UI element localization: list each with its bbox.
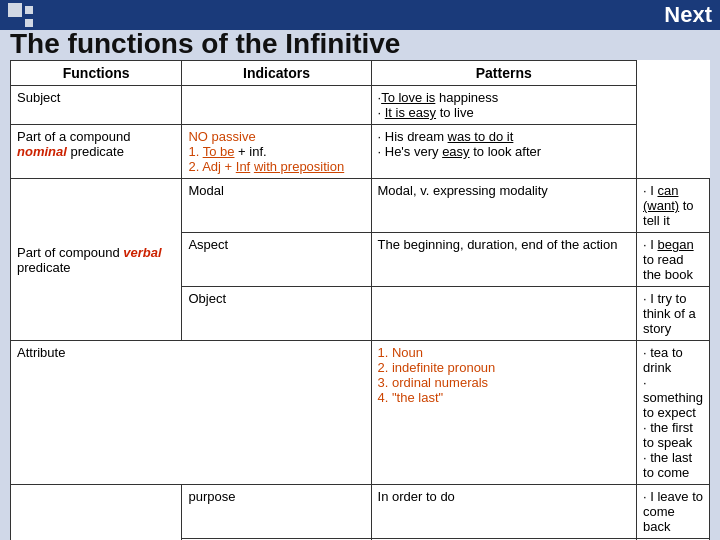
nominal-label: nominal xyxy=(17,144,67,159)
top-bar: Next xyxy=(0,0,720,30)
indicator-adj: 2. Adj + Inf with preposition xyxy=(188,159,364,174)
header-patterns: Patterns xyxy=(371,61,637,86)
logo-square-3 xyxy=(25,19,33,27)
was-to-do-it: was to do it xyxy=(448,129,514,144)
header-indicators: Indicators xyxy=(182,61,371,86)
table-row-adverbial-purpose: Adverbial modifier of purpose In order t… xyxy=(11,485,710,539)
pattern-line: · tea to drink xyxy=(643,345,703,375)
main-table-wrapper: Functions Indicators Patterns Subject ·T… xyxy=(10,60,710,530)
indicators-subject xyxy=(182,86,371,125)
indicators-attribute: 1. Noun 2. indefinite pronoun 3. ordinal… xyxy=(371,341,637,485)
indicator-no-passive: NO passive xyxy=(188,129,364,144)
attr-ind-1: 1. Noun xyxy=(378,345,631,360)
page-title: The functions of the Infinitive xyxy=(10,28,400,60)
attr-ind-4: 4. "the last" xyxy=(378,390,631,405)
patterns-modal: · I can (want) to tell it xyxy=(637,179,710,233)
table-row-verbal-modal: Part of compound verbal predicate Modal … xyxy=(11,179,710,233)
easy-link: easy xyxy=(442,144,469,159)
patterns-nominal: · His dream was to do it · He's very eas… xyxy=(371,125,637,179)
patterns-purpose: · I leave to come back xyxy=(637,485,710,539)
function-verbal: Part of compound verbal predicate xyxy=(11,179,182,341)
patterns-object: · I try to think of a story xyxy=(637,287,710,341)
table-header-row: Functions Indicators Patterns xyxy=(11,61,710,86)
patterns-subject: ·To love is happiness · It is easy to li… xyxy=(371,86,637,125)
function-adverbial: Adverbial modifier of xyxy=(11,485,182,541)
table-row-subject: Subject ·To love is happiness · It is ea… xyxy=(11,86,710,125)
table-row-attribute: Attribute 1. Noun 2. indefinite pronoun … xyxy=(11,341,710,485)
function-subject: Subject xyxy=(11,86,182,125)
pattern-line: · the first to speak xyxy=(643,420,703,450)
verbal-label: verbal xyxy=(123,245,161,260)
patterns-attribute: · tea to drink · something to expect · t… xyxy=(637,341,710,485)
pattern-line: · the last to come xyxy=(643,450,703,480)
logo xyxy=(8,3,33,27)
patterns-aspect: · I began to read the book xyxy=(637,233,710,287)
pattern-line: · His dream was to do it xyxy=(378,129,631,144)
indicators-object xyxy=(371,287,637,341)
indicator-tobe: 1. To be + inf. xyxy=(188,144,364,159)
pattern-line: · It is easy to live xyxy=(378,105,631,120)
function-nominal: Part of a compound nominal predicate xyxy=(11,125,182,179)
can-want: can (want) xyxy=(643,183,679,213)
table-row-nominal: Part of a compound nominal predicate NO … xyxy=(11,125,710,179)
function-attribute: Attribute xyxy=(11,341,372,485)
it-is-easy-link: It is easy xyxy=(385,105,436,120)
logo-square-1 xyxy=(8,3,22,17)
pattern-line: · something to expect xyxy=(643,375,703,420)
began-link: began xyxy=(657,237,693,252)
header-functions: Functions xyxy=(11,61,182,86)
next-button[interactable]: Next xyxy=(664,2,712,28)
attr-ind-3: 3. ordinal numerals xyxy=(378,375,631,390)
to-love-link: To love is xyxy=(381,90,435,105)
sub-object: Object xyxy=(182,287,371,341)
sub-modal: Modal xyxy=(182,179,371,233)
attr-ind-2: 2. indefinite pronoun xyxy=(378,360,631,375)
pattern-line: ·To love is happiness xyxy=(378,90,631,105)
indicators-nominal: NO passive 1. To be + inf. 2. Adj + Inf … xyxy=(182,125,371,179)
logo-square-2 xyxy=(25,6,33,14)
indicators-purpose: In order to do xyxy=(371,485,637,539)
sub-aspect: Aspect xyxy=(182,233,371,287)
pattern-line: · He's very easy to look after xyxy=(378,144,631,159)
indicators-aspect: The beginning, duration, end of the acti… xyxy=(371,233,637,287)
functions-table: Functions Indicators Patterns Subject ·T… xyxy=(10,60,710,540)
indicators-modal: Modal, v. expressing modality xyxy=(371,179,637,233)
sub-purpose: purpose xyxy=(182,485,371,539)
